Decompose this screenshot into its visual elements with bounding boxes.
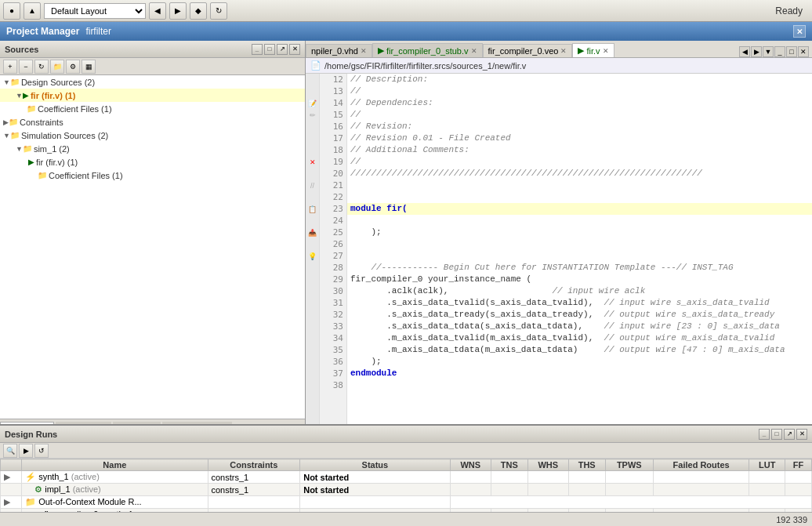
restore-btn[interactable]: □ bbox=[264, 44, 275, 55]
row-name: 📁 Out-of-Context Module R... bbox=[22, 496, 208, 509]
editor-tab-close-icon[interactable]: ✕ bbox=[471, 47, 477, 55]
col-status[interactable]: Status bbox=[300, 459, 450, 471]
editor-tab-label: npiler_0.vhd bbox=[311, 46, 358, 56]
editor-close-btn[interactable]: ✕ bbox=[798, 46, 809, 57]
col-lut[interactable]: LUT bbox=[749, 459, 785, 471]
line-num: 33 bbox=[320, 321, 346, 332]
editor-tab-stub[interactable]: ▶ fir_compiler_0_stub.v ✕ bbox=[372, 43, 483, 57]
maximize-btn[interactable]: ↗ bbox=[277, 44, 288, 55]
editor-tab-label: fir_compiler_0.veo bbox=[488, 46, 559, 56]
toolbar-btn-2[interactable]: ▲ bbox=[24, 2, 41, 20]
filter-btn[interactable]: ▦ bbox=[82, 60, 96, 74]
tree-fir-sim[interactable]: ▶ fir (fir.v) (1) bbox=[0, 155, 305, 169]
col-tns[interactable]: TNS bbox=[491, 459, 527, 471]
row-icon bbox=[1, 484, 22, 496]
col-ths[interactable]: THS bbox=[568, 459, 605, 471]
col-tpws[interactable]: TPWS bbox=[605, 459, 653, 471]
col-expand[interactable] bbox=[1, 459, 22, 471]
dr-maximize-btn[interactable]: ↗ bbox=[784, 429, 795, 440]
code-line: .s_axis_data_tvalid(s_axis_data_tvalid),… bbox=[347, 297, 812, 309]
refresh-btn[interactable]: ↻ bbox=[34, 60, 49, 74]
minimize-btn[interactable]: _ bbox=[252, 44, 263, 55]
nav-prev-btn[interactable]: ◀ bbox=[739, 46, 750, 57]
toolbar-btn-3[interactable]: ◀ bbox=[149, 2, 166, 20]
settings-btn[interactable]: ⚙ bbox=[66, 60, 80, 74]
tree-coeff2[interactable]: 📁 Coefficient Files (1) bbox=[0, 169, 305, 182]
design-runs-title: Design Runs bbox=[5, 430, 57, 439]
editor-nav-btns: ◀ ▶ ▼ _ □ ✕ bbox=[736, 46, 812, 57]
gutter-row: 📝 bbox=[306, 97, 319, 109]
nav-next-btn[interactable]: ▶ bbox=[751, 46, 762, 57]
line-num: 18 bbox=[320, 144, 346, 156]
tree-design-sources[interactable]: ▼ 📁 Design Sources (2) bbox=[0, 75, 305, 89]
table-row[interactable]: ▶ 📁 Out-of-Context Module R... bbox=[1, 496, 812, 509]
row-whs bbox=[527, 471, 568, 484]
code-line bbox=[347, 191, 812, 203]
file-path: /home/gsc/FIR/firfilter/firfilter.srcs/s… bbox=[324, 61, 526, 71]
col-whs[interactable]: WHS bbox=[527, 459, 568, 471]
row-icon: ▶ bbox=[1, 471, 22, 484]
editor-tab-close-icon[interactable]: ✕ bbox=[560, 47, 567, 55]
dr-minimize-btn[interactable]: _ bbox=[759, 429, 770, 440]
tree-item-label: Coefficient Files (1) bbox=[38, 104, 112, 114]
dr-restore-btn[interactable]: □ bbox=[771, 429, 782, 440]
tree-constraints[interactable]: ▶ 📁 Constraints bbox=[0, 115, 305, 129]
tree-coeff[interactable]: 📁 Coefficient Files (1) bbox=[0, 102, 305, 115]
row-lut bbox=[749, 484, 785, 496]
editor-tab-close-icon[interactable]: ✕ bbox=[603, 47, 609, 55]
add-btn[interactable]: + bbox=[3, 60, 17, 74]
tree-fir-v[interactable]: ▼ ▶ fir (fir.v) (1) bbox=[0, 89, 305, 102]
dr-search-btn[interactable]: 🔍 bbox=[3, 444, 17, 458]
col-wns[interactable]: WNS bbox=[450, 459, 491, 471]
close-panel-btn[interactable]: ✕ bbox=[289, 44, 300, 55]
layout-select[interactable]: Default Layout bbox=[44, 3, 146, 19]
col-constraints[interactable]: Constraints bbox=[208, 459, 300, 471]
gutter-row bbox=[306, 191, 319, 203]
table-row[interactable]: ▶ ⚡ synth_1 (active) constrs_1 Not start… bbox=[1, 471, 812, 484]
editor-tab-vhd[interactable]: npiler_0.vhd ✕ bbox=[306, 44, 372, 57]
project-title: firfilter bbox=[85, 26, 111, 37]
verilog-icon: ▶ bbox=[578, 45, 584, 56]
row-status: Not started bbox=[300, 471, 450, 484]
dr-reset-btn[interactable]: ↺ bbox=[34, 444, 49, 458]
remove-btn[interactable]: − bbox=[19, 60, 33, 74]
code-line: ); bbox=[347, 356, 812, 368]
editor-tab-fir[interactable]: ▶ fir.v ✕ bbox=[572, 43, 614, 57]
col-ff[interactable]: FF bbox=[785, 459, 812, 471]
editor-restore-btn[interactable]: □ bbox=[786, 46, 797, 57]
line-num: 17 bbox=[320, 132, 346, 144]
dr-close-btn[interactable]: ✕ bbox=[796, 429, 807, 440]
path-bar: 📄 /home/gsc/FIR/firfilter/firfilter.srcs… bbox=[306, 58, 812, 74]
code-line: // Additional Comments: bbox=[347, 144, 812, 156]
row-ths bbox=[568, 484, 605, 496]
code-line: .s_axis_data_tdata(s_axis_data_tdata), /… bbox=[347, 321, 812, 332]
close-icon[interactable]: ✕ bbox=[793, 25, 806, 38]
folder-icon: 📁 bbox=[23, 144, 32, 153]
tree-sim-sources[interactable]: ▼ 📁 Simulation Sources (2) bbox=[0, 129, 305, 142]
expand-icon: ▼ bbox=[3, 78, 10, 86]
col-name[interactable]: Name bbox=[22, 459, 208, 471]
gutter-row: ✕ bbox=[306, 156, 319, 168]
line-num: 12 bbox=[320, 74, 346, 85]
table-row[interactable]: ⚙ impl_1 (active) constrs_1 Not started bbox=[1, 484, 812, 496]
editor-tab-close-icon[interactable]: ✕ bbox=[361, 47, 367, 55]
toolbar-btn-6[interactable]: ↻ bbox=[210, 2, 227, 20]
line-num: 31 bbox=[320, 297, 346, 309]
nav-menu-btn[interactable]: ▼ bbox=[763, 46, 774, 57]
verilog-small-icon: ▶ bbox=[378, 45, 384, 56]
expand-icon: ▼ bbox=[16, 145, 23, 153]
code-line: //----------- Begin Cut here for INSTANT… bbox=[347, 262, 812, 274]
dr-run-btn[interactable]: ▶ bbox=[19, 444, 33, 458]
folder-btn[interactable]: 📁 bbox=[50, 60, 64, 74]
toolbar-btn-1[interactable]: ● bbox=[3, 2, 20, 20]
toolbar-btn-4[interactable]: ▶ bbox=[169, 2, 187, 20]
editor-minimize-btn[interactable]: _ bbox=[774, 46, 785, 57]
tree-sim-1[interactable]: ▼ 📁 sim_1 (2) bbox=[0, 142, 305, 155]
toolbar-btn-5[interactable]: ◆ bbox=[190, 2, 207, 20]
col-failed[interactable]: Failed Routes bbox=[654, 459, 749, 471]
code-line bbox=[347, 238, 812, 250]
folder-icon: 📁 bbox=[10, 78, 20, 86]
row-name: ⚙ impl_1 (active) bbox=[22, 484, 208, 496]
editor-tab-veo[interactable]: fir_compiler_0.veo ✕ bbox=[483, 44, 573, 57]
line-num: 24 bbox=[320, 215, 346, 227]
